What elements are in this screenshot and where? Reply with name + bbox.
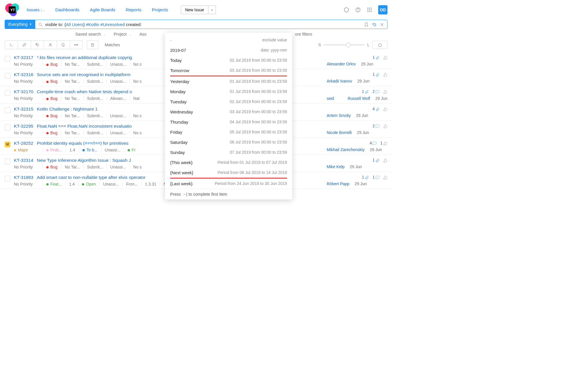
issue-title[interactable]: *.kts files receive an additional duplic… xyxy=(37,55,132,60)
issue-author[interactable]: Nicole Borrelli xyxy=(327,130,352,135)
issue-title[interactable]: Compile-time crash when Native tests dep… xyxy=(37,89,132,94)
issue-id[interactable]: KT-32317 xyxy=(14,55,33,60)
issue-meta-cell[interactable]: No s xyxy=(130,113,145,118)
search-input[interactable]: visible to: {All Users} #Kotlin #Unresol… xyxy=(45,22,361,27)
thumb-badge[interactable] xyxy=(383,175,387,180)
popup-option[interactable]: {Last week}Period from 24 Jun 2019 to 30… xyxy=(165,179,292,189)
issue-meta-cell[interactable]: No Priority xyxy=(14,79,43,84)
issue-meta-cell[interactable]: Submit... xyxy=(84,113,107,118)
popup-option[interactable]: Friday05 Jul 2019 from 00:00 to 23:59 xyxy=(165,127,292,137)
comment-badge[interactable]: 4 xyxy=(370,141,377,146)
popup-option[interactable]: -exclude value xyxy=(165,35,292,45)
popup-option[interactable]: Wednesday03 Jul 2019 from 00:00 to 23:59 xyxy=(165,107,292,117)
issue-checkbox[interactable] xyxy=(5,90,10,96)
issue-meta-cell[interactable]: Alexan... xyxy=(107,96,130,101)
issue-author[interactable]: Mike Kelp xyxy=(327,164,344,169)
issue-author[interactable]: Alexander Orlov xyxy=(327,62,356,66)
thumb-badge[interactable] xyxy=(383,55,387,60)
issue-meta-cell[interactable]: Bug xyxy=(43,62,61,67)
help-icon[interactable] xyxy=(355,7,361,13)
filter-more[interactable]: ore filters xyxy=(295,32,312,36)
issue-meta-cell[interactable]: Unassi... xyxy=(107,113,130,118)
issue-meta-cell[interactable]: 1.4 xyxy=(66,148,79,152)
clip-badge[interactable]: 1 xyxy=(372,72,380,77)
popup-option[interactable]: Today02 Jul 2019 from 00:00 to 23:59 xyxy=(165,55,292,65)
clear-search-icon[interactable] xyxy=(380,22,384,27)
issue-meta-cell[interactable]: Fron... xyxy=(123,182,142,186)
issue-meta-cell[interactable]: To b... xyxy=(79,148,101,152)
issue-author[interactable]: Mikhail Zarechenskiy xyxy=(327,147,365,152)
issue-meta-cell[interactable]: 1.4 xyxy=(66,182,78,186)
issue-meta-cell[interactable]: No s xyxy=(130,79,145,84)
issue-id[interactable]: KT-32315 xyxy=(14,107,33,112)
issue-meta-cell[interactable]: Submit... xyxy=(84,62,107,67)
popup-option[interactable]: Sunday07 Jul 2019 from 00:00 to 23:59 xyxy=(165,147,292,157)
issue-meta-cell[interactable]: No Priority xyxy=(14,165,43,169)
popup-option[interactable]: Tuesday02 Jul 2019 from 00:00 to 23:59 xyxy=(165,97,292,107)
issue-meta-cell[interactable]: No s xyxy=(130,165,145,169)
issue-meta-cell[interactable]: Bug xyxy=(43,79,61,84)
new-issue-button[interactable]: New Issue xyxy=(181,5,208,14)
issue-meta-cell[interactable]: Bug xyxy=(43,165,61,169)
issue-id[interactable]: KT-32314 xyxy=(14,158,33,163)
issue-meta-cell[interactable]: No Priority xyxy=(14,96,43,101)
admin-gear-icon[interactable] xyxy=(343,7,349,13)
issue-id[interactable]: KT-28252 xyxy=(14,141,33,146)
nav-agile-boards[interactable]: Agile Boards xyxy=(90,7,115,12)
issue-meta-cell[interactable]: Submit... xyxy=(84,165,107,169)
issue-title[interactable]: Float.NaN === Float.NaN inconsistent eva… xyxy=(37,124,132,129)
popup-option[interactable]: Yesterday01 Jul 2019 from 00:00 to 23:59 xyxy=(165,76,292,87)
bookmark-icon[interactable] xyxy=(364,22,369,27)
nav-reports[interactable]: Reports xyxy=(126,7,141,12)
popup-option[interactable]: Tomorrow03 Jul 2019 from 00:00 to 23:59 xyxy=(165,65,292,76)
issue-meta-cell[interactable]: Major xyxy=(14,148,43,152)
user-avatar[interactable]: OD xyxy=(378,5,387,14)
more-actions-button[interactable]: ••• xyxy=(70,41,82,49)
comment-badge[interactable]: 1 xyxy=(372,175,380,180)
issue-title[interactable]: Add smart cast to non-nullable type afte… xyxy=(37,175,146,180)
popup-option[interactable]: 2019-07date: yyyy-mm xyxy=(165,45,292,55)
popup-option[interactable]: Thursday04 Jul 2019 from 00:00 to 23:59 xyxy=(165,117,292,127)
nav-issues[interactable]: Issues | ⌄ xyxy=(27,7,45,12)
clip-badge[interactable]: 4 xyxy=(372,107,380,111)
clip-badge[interactable]: 1 xyxy=(362,89,369,94)
issue-author[interactable]: Russell Wolf xyxy=(348,96,370,101)
thumb-badge[interactable] xyxy=(383,89,387,94)
issue-title[interactable]: Source sets are not recognised in multip… xyxy=(37,72,131,77)
issue-meta-cell[interactable]: Unassi... xyxy=(107,131,130,135)
issue-meta-cell[interactable]: Submit... xyxy=(84,96,107,101)
filter-saved-search[interactable]: Saved search ⌄ xyxy=(75,32,106,36)
filter-assignee[interactable]: Ass xyxy=(139,32,146,36)
thumb-badge[interactable] xyxy=(383,72,387,77)
issue-meta-cell[interactable]: No Tar... xyxy=(61,62,84,67)
search-context-button[interactable]: Everything▼ xyxy=(5,20,35,29)
issue-meta-cell[interactable]: Bug xyxy=(43,131,61,135)
nav-projects[interactable]: Projects xyxy=(152,7,168,12)
issue-id[interactable]: KT-31883 xyxy=(14,175,33,180)
thumb-badge[interactable] xyxy=(383,107,387,111)
issue-meta-cell[interactable]: No Priority xyxy=(14,182,43,186)
issue-meta-cell[interactable]: Prob... xyxy=(43,148,66,152)
thumb-badge[interactable]: 1 xyxy=(380,141,387,146)
issue-meta-cell[interactable]: Nat xyxy=(130,96,143,101)
issue-meta-cell[interactable]: No Priority xyxy=(14,62,43,67)
popup-option[interactable]: {This week}Period from 01 Jul 2019 to 07… xyxy=(165,157,292,168)
issue-checkbox[interactable] xyxy=(5,56,10,62)
issue-checkbox[interactable]: M xyxy=(5,142,10,147)
issue-id[interactable]: KT-32316 xyxy=(14,72,33,77)
popup-option[interactable]: Monday01 Jul 2019 from 00:00 to 23:59 xyxy=(165,87,292,97)
youtrack-logo[interactable]: YT xyxy=(5,2,20,17)
clip-badge[interactable]: 1 xyxy=(372,158,380,163)
issue-meta-cell[interactable]: Unassi... xyxy=(100,182,122,186)
issue-checkbox[interactable] xyxy=(5,124,10,130)
link-button[interactable] xyxy=(18,41,31,49)
issue-id[interactable]: KT-32170 xyxy=(14,89,33,94)
issue-title[interactable]: Prohibit identity equals (===/!==) for p… xyxy=(37,141,128,146)
issue-checkbox[interactable] xyxy=(5,176,10,181)
move-button[interactable] xyxy=(57,41,70,49)
popup-option[interactable]: {Next week}Period from 08 Jul 2019 to 14… xyxy=(165,168,292,178)
thumb-badge[interactable] xyxy=(383,124,387,129)
issue-meta-cell[interactable]: Feat... xyxy=(43,182,66,186)
issue-meta-cell[interactable]: No Tar... xyxy=(61,113,84,118)
issue-meta-cell[interactable]: No s xyxy=(130,131,145,135)
